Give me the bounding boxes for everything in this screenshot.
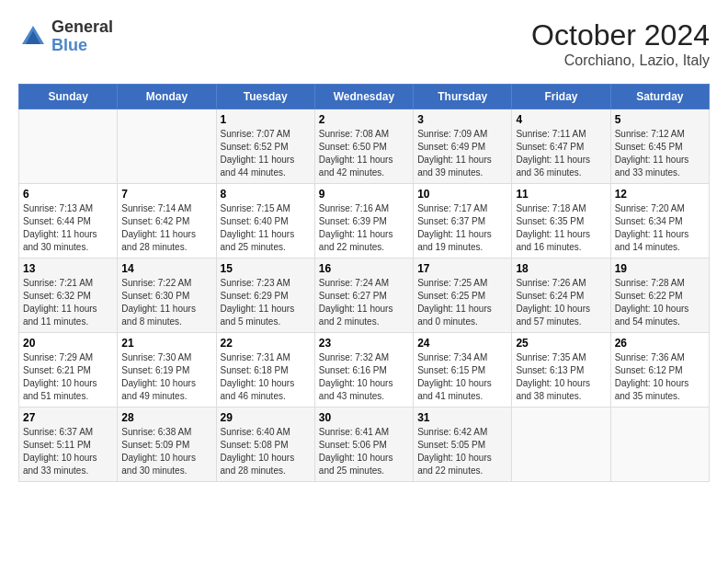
day-number: 24 [417,337,507,350]
day-info: Sunrise: 7:14 AM Sunset: 6:42 PM Dayligh… [121,202,211,254]
day-number: 27 [23,411,113,424]
weekday-header: Wednesday [314,85,413,109]
day-number: 29 [221,411,311,424]
logo-icon [18,22,48,52]
logo-line2: Blue [51,37,113,55]
weekday-header-row: SundayMondayTuesdayWednesdayThursdayFrid… [19,85,710,109]
calendar-cell: 23Sunrise: 7:32 AM Sunset: 6:16 PM Dayli… [314,333,413,408]
calendar-cell: 30Sunrise: 6:41 AM Sunset: 5:06 PM Dayli… [314,408,413,482]
day-number: 19 [615,262,705,275]
calendar-cell: 14Sunrise: 7:22 AM Sunset: 6:30 PM Dayli… [118,259,216,333]
day-info: Sunrise: 7:20 AM Sunset: 6:34 PM Dayligh… [615,202,705,254]
day-number: 23 [319,337,409,350]
calendar-cell: 25Sunrise: 7:35 AM Sunset: 6:13 PM Dayli… [512,333,610,408]
calendar-cell: 21Sunrise: 7:30 AM Sunset: 6:19 PM Dayli… [118,333,216,408]
day-number: 30 [319,411,409,424]
day-info: Sunrise: 7:36 AM Sunset: 6:12 PM Dayligh… [615,351,705,403]
day-info: Sunrise: 6:42 AM Sunset: 5:05 PM Dayligh… [417,426,507,477]
calendar-cell: 10Sunrise: 7:17 AM Sunset: 6:37 PM Dayli… [414,184,512,259]
calendar-cell: 7Sunrise: 7:14 AM Sunset: 6:42 PM Daylig… [118,184,216,259]
day-number: 1 [221,113,311,126]
calendar-cell: 6Sunrise: 7:13 AM Sunset: 6:44 PM Daylig… [19,184,118,259]
day-number: 18 [516,262,606,275]
day-number: 16 [319,262,409,275]
day-info: Sunrise: 7:24 AM Sunset: 6:27 PM Dayligh… [319,277,409,328]
day-number: 12 [615,188,705,201]
calendar-cell: 9Sunrise: 7:16 AM Sunset: 6:39 PM Daylig… [314,184,413,259]
day-info: Sunrise: 7:09 AM Sunset: 6:49 PM Dayligh… [417,128,507,179]
day-info: Sunrise: 7:16 AM Sunset: 6:39 PM Dayligh… [319,202,409,254]
calendar-week-row: 27Sunrise: 6:37 AM Sunset: 5:11 PM Dayli… [19,408,710,482]
calendar-cell: 12Sunrise: 7:20 AM Sunset: 6:34 PM Dayli… [610,184,709,259]
day-number: 15 [221,262,311,275]
day-info: Sunrise: 7:13 AM Sunset: 6:44 PM Dayligh… [23,202,113,254]
calendar-week-row: 20Sunrise: 7:29 AM Sunset: 6:21 PM Dayli… [19,333,710,408]
weekday-header: Monday [118,85,216,109]
day-number: 25 [516,337,606,350]
logo: General Blue [18,18,113,55]
logo-text: General Blue [51,18,113,55]
day-number: 4 [516,113,606,126]
day-info: Sunrise: 7:28 AM Sunset: 6:22 PM Dayligh… [615,277,705,328]
weekday-header: Friday [512,85,610,109]
calendar-title: October 2024 [531,18,710,52]
day-number: 22 [221,337,311,350]
day-info: Sunrise: 7:21 AM Sunset: 6:32 PM Dayligh… [23,277,113,328]
calendar-cell: 5Sunrise: 7:12 AM Sunset: 6:45 PM Daylig… [610,109,709,184]
day-number: 14 [121,262,211,275]
day-number: 31 [417,411,507,424]
weekday-header: Tuesday [216,85,314,109]
day-info: Sunrise: 7:08 AM Sunset: 6:50 PM Dayligh… [319,128,409,179]
day-info: Sunrise: 6:41 AM Sunset: 5:06 PM Dayligh… [319,426,409,477]
weekday-header: Thursday [414,85,512,109]
calendar-cell: 2Sunrise: 7:08 AM Sunset: 6:50 PM Daylig… [314,109,413,184]
calendar-cell: 19Sunrise: 7:28 AM Sunset: 6:22 PM Dayli… [610,259,709,333]
day-number: 20 [23,337,113,350]
day-number: 8 [221,188,311,201]
day-number: 7 [121,188,211,201]
calendar-cell [19,109,118,184]
calendar-week-row: 1Sunrise: 7:07 AM Sunset: 6:52 PM Daylig… [19,109,710,184]
calendar-cell: 20Sunrise: 7:29 AM Sunset: 6:21 PM Dayli… [19,333,118,408]
calendar-cell: 28Sunrise: 6:38 AM Sunset: 5:09 PM Dayli… [118,408,216,482]
page-header: General Blue October 2024 Corchiano, Laz… [18,18,710,69]
calendar-cell: 13Sunrise: 7:21 AM Sunset: 6:32 PM Dayli… [19,259,118,333]
day-info: Sunrise: 7:31 AM Sunset: 6:18 PM Dayligh… [221,351,311,403]
calendar-cell: 15Sunrise: 7:23 AM Sunset: 6:29 PM Dayli… [216,259,314,333]
calendar-cell [118,109,216,184]
calendar-cell: 18Sunrise: 7:26 AM Sunset: 6:24 PM Dayli… [512,259,610,333]
calendar-subtitle: Corchiano, Lazio, Italy [531,52,710,69]
calendar-cell: 27Sunrise: 6:37 AM Sunset: 5:11 PM Dayli… [19,408,118,482]
calendar-cell: 16Sunrise: 7:24 AM Sunset: 6:27 PM Dayli… [314,259,413,333]
calendar-cell: 26Sunrise: 7:36 AM Sunset: 6:12 PM Dayli… [610,333,709,408]
calendar-cell: 22Sunrise: 7:31 AM Sunset: 6:18 PM Dayli… [216,333,314,408]
day-info: Sunrise: 7:11 AM Sunset: 6:47 PM Dayligh… [516,128,606,179]
day-info: Sunrise: 6:40 AM Sunset: 5:08 PM Dayligh… [221,426,311,477]
day-number: 13 [23,262,113,275]
day-info: Sunrise: 7:12 AM Sunset: 6:45 PM Dayligh… [615,128,705,179]
calendar-cell: 1Sunrise: 7:07 AM Sunset: 6:52 PM Daylig… [216,109,314,184]
day-number: 6 [23,188,113,201]
day-number: 17 [417,262,507,275]
day-info: Sunrise: 7:32 AM Sunset: 6:16 PM Dayligh… [319,351,409,403]
weekday-header: Sunday [19,85,118,109]
day-number: 11 [516,188,606,201]
day-info: Sunrise: 7:26 AM Sunset: 6:24 PM Dayligh… [516,277,606,328]
calendar-week-row: 13Sunrise: 7:21 AM Sunset: 6:32 PM Dayli… [19,259,710,333]
day-info: Sunrise: 6:37 AM Sunset: 5:11 PM Dayligh… [23,426,113,477]
day-info: Sunrise: 7:23 AM Sunset: 6:29 PM Dayligh… [221,277,311,328]
day-info: Sunrise: 7:07 AM Sunset: 6:52 PM Dayligh… [221,128,311,179]
calendar-cell: 17Sunrise: 7:25 AM Sunset: 6:25 PM Dayli… [414,259,512,333]
day-info: Sunrise: 7:25 AM Sunset: 6:25 PM Dayligh… [417,277,507,328]
logo-line1: General [51,18,113,37]
day-number: 3 [417,113,507,126]
day-number: 21 [121,337,211,350]
calendar-cell [610,408,709,482]
calendar-cell: 11Sunrise: 7:18 AM Sunset: 6:35 PM Dayli… [512,184,610,259]
day-number: 26 [615,337,705,350]
calendar-cell [512,408,610,482]
calendar-cell: 29Sunrise: 6:40 AM Sunset: 5:08 PM Dayli… [216,408,314,482]
calendar-week-row: 6Sunrise: 7:13 AM Sunset: 6:44 PM Daylig… [19,184,710,259]
day-number: 28 [121,411,211,424]
calendar-table: SundayMondayTuesdayWednesdayThursdayFrid… [18,84,710,482]
